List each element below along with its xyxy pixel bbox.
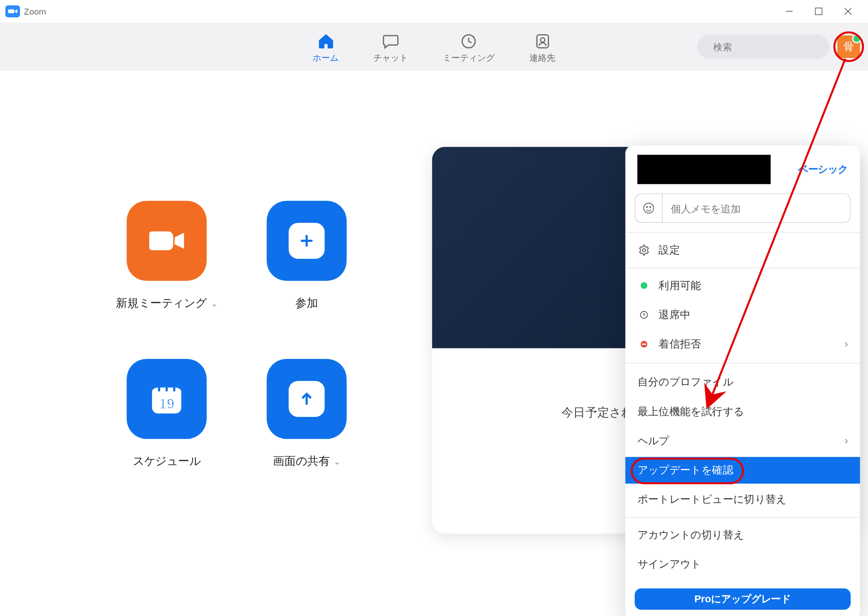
chat-icon bbox=[382, 32, 399, 51]
menu-portrait-label: ポートレートビューに切り替え bbox=[638, 493, 787, 507]
menu-switch-account[interactable]: アカウントの切り替え bbox=[625, 520, 860, 549]
annotation-circle bbox=[833, 32, 864, 62]
tab-chat-label: チャット bbox=[373, 52, 408, 64]
join-label: 参加 bbox=[295, 295, 318, 311]
new-meeting-label: 新規ミーティング bbox=[116, 295, 207, 311]
emoji-icon[interactable] bbox=[635, 194, 663, 222]
zoom-logo-icon bbox=[5, 5, 20, 17]
profile-dropdown: ベーシック 設定 利用可能 退席中 bbox=[625, 145, 860, 616]
menu-away-label: 退席中 bbox=[659, 308, 690, 322]
menu-dnd-label: 着信拒否 bbox=[659, 337, 701, 351]
memo-input[interactable] bbox=[663, 194, 850, 222]
chevron-right-icon: › bbox=[844, 435, 848, 447]
svg-point-18 bbox=[643, 203, 654, 213]
gear-icon bbox=[638, 244, 651, 256]
app-name: Zoom bbox=[24, 6, 47, 16]
svg-point-19 bbox=[647, 206, 648, 207]
menu-check-update-label: アップデートを確認 bbox=[638, 463, 733, 478]
video-icon bbox=[149, 223, 184, 258]
status-available-icon bbox=[641, 282, 648, 289]
status-dnd-icon bbox=[641, 341, 648, 347]
menu-portrait[interactable]: ポートレートビューに切り替え bbox=[625, 485, 860, 514]
svg-point-21 bbox=[643, 249, 646, 252]
search-input[interactable] bbox=[712, 41, 831, 53]
join-button[interactable] bbox=[267, 201, 346, 281]
chevron-down-icon[interactable]: ⌄ bbox=[211, 299, 218, 308]
tab-home-label: ホーム bbox=[313, 52, 339, 64]
minimize-button[interactable] bbox=[774, 0, 804, 23]
clock-icon bbox=[460, 32, 477, 51]
tab-chat[interactable]: チャット bbox=[373, 29, 408, 64]
svg-point-20 bbox=[650, 206, 651, 207]
menu-try-top[interactable]: 最上位機能を試行する bbox=[625, 397, 860, 426]
tab-meetings[interactable]: ミーティング bbox=[443, 29, 495, 64]
plus-tile-icon bbox=[289, 223, 325, 259]
menu-signout[interactable]: サインアウト bbox=[625, 550, 860, 579]
new-meeting-button[interactable] bbox=[127, 201, 207, 281]
home-icon bbox=[317, 32, 335, 51]
tab-contacts-label: 連絡先 bbox=[529, 52, 555, 64]
action-grid: 新規ミーティング ⌄ 参加 19 スケジュール bbox=[97, 201, 377, 469]
menu-settings-label: 設定 bbox=[659, 243, 680, 257]
tab-contacts[interactable]: 連絡先 bbox=[529, 29, 555, 64]
schedule-button[interactable]: 19 bbox=[127, 359, 207, 439]
close-button[interactable] bbox=[833, 0, 863, 23]
upgrade-button[interactable]: Proにアップグレード bbox=[635, 588, 851, 610]
menu-help-label: ヘルプ bbox=[638, 434, 669, 448]
menu-switch-account-label: アカウントの切り替え bbox=[638, 528, 744, 542]
menu-available[interactable]: 利用可能 bbox=[625, 271, 860, 300]
personal-memo-row[interactable] bbox=[635, 194, 851, 223]
menu-try-top-label: 最上位機能を試行する bbox=[638, 405, 744, 419]
tab-meetings-label: ミーティング bbox=[443, 52, 495, 64]
search-box[interactable] bbox=[697, 35, 829, 59]
svg-point-6 bbox=[540, 38, 544, 42]
toolbar: ホーム チャット ミーティング 連絡先 骨 bbox=[0, 23, 868, 71]
plan-label: ベーシック bbox=[798, 163, 848, 176]
chevron-right-icon: › bbox=[844, 338, 848, 350]
menu-away[interactable]: 退席中 bbox=[625, 300, 860, 329]
schedule-label: スケジュール bbox=[133, 453, 201, 469]
svg-rect-5 bbox=[537, 35, 548, 47]
share-screen-label: 画面の共有 bbox=[273, 453, 329, 469]
titlebar: Zoom bbox=[0, 0, 868, 23]
contacts-icon bbox=[533, 32, 551, 51]
menu-profile[interactable]: 自分のプロファイル bbox=[625, 368, 860, 397]
menu-profile-label: 自分のプロファイル bbox=[638, 375, 733, 390]
tab-home[interactable]: ホーム bbox=[313, 29, 339, 64]
maximize-button[interactable] bbox=[804, 0, 833, 23]
menu-check-update[interactable]: アップデートを確認 bbox=[625, 457, 860, 484]
share-screen-button[interactable] bbox=[267, 359, 346, 439]
menu-help[interactable]: ヘルプ › bbox=[625, 426, 860, 455]
menu-settings[interactable]: 設定 bbox=[625, 236, 860, 265]
menu-signout-label: サインアウト bbox=[638, 558, 701, 572]
arrow-up-tile-icon bbox=[289, 381, 325, 417]
svg-rect-1 bbox=[816, 8, 822, 15]
menu-available-label: 利用可能 bbox=[659, 279, 701, 293]
avatar[interactable]: 骨 bbox=[837, 35, 860, 58]
svg-text:19: 19 bbox=[159, 396, 174, 412]
redacted-name bbox=[638, 155, 771, 184]
calendar-icon: 19 bbox=[149, 382, 184, 416]
chevron-down-icon[interactable]: ⌄ bbox=[334, 457, 340, 466]
status-away-icon bbox=[638, 310, 651, 319]
menu-dnd[interactable]: 着信拒否 › bbox=[625, 330, 860, 359]
